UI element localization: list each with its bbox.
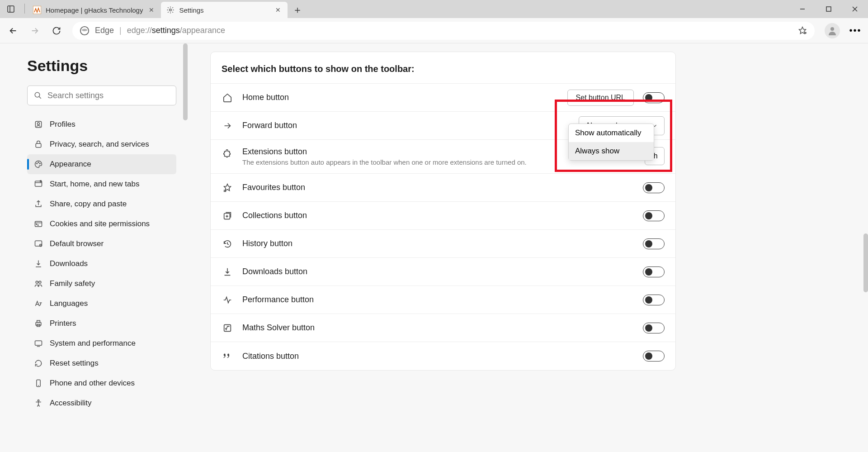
tab-actions-button[interactable] <box>4 2 18 16</box>
svg-point-3 <box>170 9 172 11</box>
sidebar-item-family[interactable]: Family safety <box>27 274 176 294</box>
close-icon[interactable]: ✕ <box>274 6 282 14</box>
refresh-button[interactable] <box>47 21 66 40</box>
lock-icon <box>33 139 43 149</box>
set-button-url[interactable]: Set button URL <box>567 90 634 106</box>
favorite-icon[interactable] <box>797 26 807 36</box>
sidebar-item-languages[interactable]: Languages <box>27 294 176 314</box>
row-title: Downloads button <box>242 267 634 276</box>
sidebar-item-default-browser[interactable]: Default browser <box>27 234 176 254</box>
window-controls <box>789 0 868 18</box>
svg-line-13 <box>39 96 41 99</box>
accessibility-icon <box>33 398 43 408</box>
sidebar-item-profiles[interactable]: Profiles <box>27 114 176 134</box>
popup-option-always[interactable]: Always show <box>569 142 654 160</box>
window-icon <box>33 179 43 189</box>
popup-option-auto[interactable]: Show automatically <box>569 124 654 142</box>
svg-rect-32 <box>37 320 40 322</box>
ghacks-favicon <box>33 6 41 14</box>
search-input[interactable] <box>47 91 170 100</box>
sidebar-item-appearance[interactable]: Appearance <box>27 154 176 174</box>
svg-point-26 <box>38 225 38 226</box>
row-home-button: Home button Set button URL <box>211 84 675 112</box>
maximize-button[interactable] <box>816 0 842 18</box>
close-icon[interactable]: ✕ <box>147 6 156 14</box>
svg-point-12 <box>35 92 40 97</box>
svg-point-38 <box>38 400 39 401</box>
sidebar-item-cookies[interactable]: Cookies and site permissions <box>27 214 176 234</box>
sidebar-item-accessibility[interactable]: Accessibility <box>27 393 176 413</box>
history-toggle[interactable] <box>643 238 665 249</box>
browser-toolbar: Edge | edge://settings/appearance ••• <box>0 18 868 43</box>
system-icon <box>33 338 43 348</box>
svg-point-18 <box>38 162 39 163</box>
palette-icon <box>33 159 43 169</box>
favourites-toggle[interactable] <box>643 182 665 193</box>
toolbar-buttons-panel: Select which buttons to show on the tool… <box>210 52 676 371</box>
performance-icon <box>222 294 233 306</box>
download-icon <box>222 266 233 278</box>
url-separator: | <box>119 26 122 35</box>
row-downloads-button: Downloads button <box>211 258 675 286</box>
collections-toggle[interactable] <box>643 210 665 221</box>
sidebar-item-start[interactable]: Start, home, and new tabs <box>27 174 176 194</box>
share-icon <box>33 199 43 209</box>
performance-toggle[interactable] <box>643 295 665 305</box>
settings-main: Select which buttons to show on the tool… <box>188 43 868 452</box>
tab-settings[interactable]: Settings ✕ <box>161 2 288 18</box>
tab-title: Settings <box>179 6 269 14</box>
row-citations-button: Citations button <box>211 342 675 370</box>
sidebar-item-phone[interactable]: Phone and other devices <box>27 373 176 393</box>
downloads-toggle[interactable] <box>643 266 665 277</box>
svg-point-25 <box>36 224 37 225</box>
minimize-button[interactable] <box>789 0 816 18</box>
collections-icon <box>222 210 233 222</box>
search-icon <box>34 91 42 100</box>
reset-icon <box>33 358 43 368</box>
svg-rect-34 <box>35 341 42 345</box>
forward-dropdown-popup: Show automatically Always show <box>568 124 654 161</box>
sidebar-item-share[interactable]: Share, copy and paste <box>27 194 176 214</box>
row-title: Forward button <box>242 121 570 130</box>
sidebar-scrollbar[interactable] <box>183 43 188 120</box>
maths-icon <box>222 322 233 334</box>
svg-point-15 <box>38 123 40 125</box>
row-favourites-button: Favourites button <box>211 174 675 202</box>
citations-toggle[interactable] <box>643 351 665 362</box>
svg-point-19 <box>40 163 41 164</box>
sidebar-item-privacy[interactable]: Privacy, search, and services <box>27 134 176 154</box>
profile-icon <box>33 119 43 129</box>
family-icon <box>33 279 43 289</box>
url-text: edge://settings/appearance <box>127 26 225 35</box>
svg-rect-0 <box>8 6 14 12</box>
row-title: Performance button <box>242 295 634 305</box>
url-prefix: Edge <box>95 26 114 35</box>
sidebar-item-reset[interactable]: Reset settings <box>27 353 176 373</box>
titlebar-left <box>0 0 22 18</box>
svg-point-17 <box>37 163 38 164</box>
sidebar-item-system[interactable]: System and performance <box>27 333 176 353</box>
home-icon <box>222 92 233 104</box>
address-bar[interactable]: Edge | edge://settings/appearance <box>72 22 815 40</box>
tabs: Homepage | gHacks Technology ✕ Settings … <box>28 0 306 18</box>
row-title: Home button <box>242 93 558 102</box>
more-button[interactable]: ••• <box>846 22 864 40</box>
new-tab-button[interactable]: ＋ <box>289 2 306 18</box>
home-toggle[interactable] <box>643 92 665 103</box>
row-title: Citations button <box>242 352 634 361</box>
svg-point-11 <box>830 27 834 31</box>
back-button[interactable] <box>4 21 23 40</box>
search-settings[interactable] <box>27 86 176 105</box>
main-scrollbar[interactable] <box>863 233 868 292</box>
close-button[interactable] <box>842 0 868 18</box>
row-title: Collections button <box>242 211 634 220</box>
sidebar-item-downloads[interactable]: Downloads <box>27 254 176 274</box>
sidebar-item-printers[interactable]: Printers <box>27 314 176 333</box>
citations-icon <box>222 350 233 362</box>
profile-button[interactable] <box>825 23 840 38</box>
forward-button[interactable] <box>25 21 44 40</box>
printer-icon <box>33 319 43 328</box>
tab-ghacks[interactable]: Homepage | gHacks Technology ✕ <box>28 2 161 18</box>
maths-toggle[interactable] <box>643 323 665 333</box>
titlebar-divider <box>24 4 25 14</box>
